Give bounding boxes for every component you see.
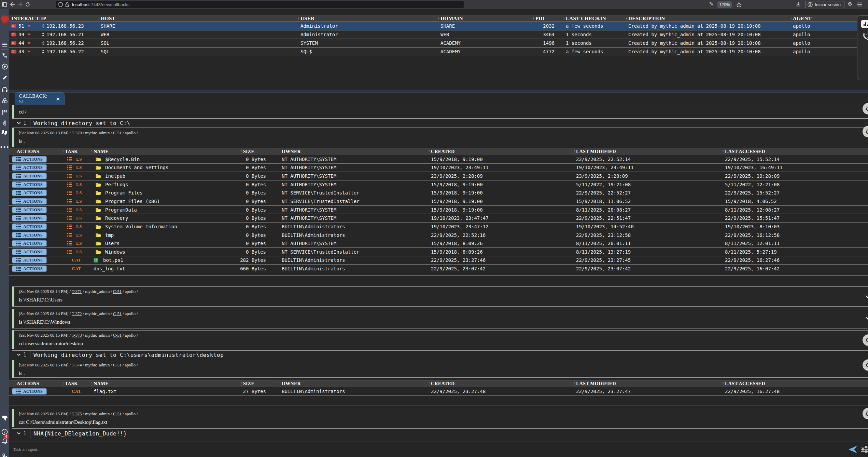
- downloads-icon[interactable]: [796, 2, 801, 7]
- url-bar[interactable]: localhost:7443/new/callbacks: [56, 1, 464, 8]
- file-table-col-header[interactable]: SIZE: [243, 149, 254, 154]
- payloads-play-icon[interactable]: [0, 63, 9, 70]
- collapse-response-chevron-icon[interactable]: [17, 432, 21, 435]
- file-actions-button[interactable]: ACTIONS: [12, 198, 47, 205]
- callback-phone-refresh-icon[interactable]: [862, 33, 868, 41]
- task-filter-tune-icon[interactable]: [861, 446, 868, 453]
- file-table-col-header[interactable]: CREATED: [431, 381, 455, 387]
- file-table-col-header[interactable]: LAST MODIFIED: [576, 381, 616, 387]
- ls-task-icon[interactable]: [67, 225, 72, 229]
- task-type-label[interactable]: CAT: [72, 266, 81, 271]
- menu-icon[interactable]: [857, 2, 863, 7]
- file-actions-button[interactable]: ACTIONS: [12, 215, 47, 221]
- task-link[interactable]: C-51: [113, 333, 122, 338]
- task-card-t375[interactable]: [Sat Nov 08 2025 08:15 PM] / T-375 / myt…: [12, 409, 868, 427]
- forward-button[interactable]: [18, 2, 23, 7]
- pencil-icon[interactable]: [0, 75, 9, 81]
- task-type-label[interactable]: LS: [76, 157, 82, 162]
- file-row[interactable]: ACTIONSCATdns_log.txt660 BytesBUILTIN\Ad…: [9, 265, 868, 273]
- file-row[interactable]: ACTIONSLSProgram Files (x86)0 BytesNT SE…: [9, 197, 868, 206]
- file-actions-button[interactable]: ACTIONS: [12, 388, 47, 395]
- account-settings-icon[interactable]: [0, 453, 9, 457]
- file-actions-button[interactable]: ACTIONS: [12, 164, 47, 171]
- file-row[interactable]: ACTIONSLSProgramData0 BytesNT AUTHORITY\…: [9, 206, 868, 214]
- file-row[interactable]: ACTIONSLSWindows0 BytesNT SERVICE\Truste…: [9, 248, 868, 256]
- flag-icon[interactable]: [0, 109, 9, 116]
- bookmark-star-icon[interactable]: [736, 2, 742, 7]
- task-type-label[interactable]: LS: [76, 173, 82, 179]
- task-link[interactable]: C-51: [113, 363, 122, 367]
- zoom-level[interactable]: 120%: [717, 1, 732, 8]
- file-row[interactable]: ACTIONSCATbot.ps1282 BytesBUILTIN\Admini…: [9, 256, 868, 265]
- ls-task-icon[interactable]: [67, 157, 72, 161]
- file-table-col-header[interactable]: ACTIONS: [17, 149, 39, 154]
- task-card-t374[interactable]: [Sat Nov 08 2025 08:15 PM] / T-374 / myt…: [12, 360, 868, 378]
- task-link[interactable]: C-51: [113, 311, 122, 316]
- task-card-t370[interactable]: [Sat Nov 08 2025 08:13 PM] / T-370 / myt…: [12, 128, 868, 147]
- task-link[interactable]: T-371: [72, 289, 82, 294]
- task-card-t371[interactable]: [Sat Nov 08 2025 08:14 PM] / T-371 / myt…: [12, 286, 868, 307]
- ls-task-icon[interactable]: [67, 165, 72, 170]
- file-table-col-header[interactable]: CREATED: [431, 149, 455, 154]
- file-actions-button[interactable]: ACTIONS: [12, 223, 47, 230]
- expand-response-chevron-icon[interactable]: [865, 317, 868, 320]
- collapse-response-chevron-icon[interactable]: [17, 122, 21, 124]
- ls-task-icon[interactable]: [67, 241, 72, 245]
- headphones-icon[interactable]: [0, 86, 9, 93]
- task-card-cd_root[interactable]: cd /: [12, 105, 868, 119]
- lock-warning-icon[interactable]: [65, 2, 69, 7]
- file-row[interactable]: ACTIONSLSUsers0 BytesNT AUTHORITY\SYSTEM…: [9, 239, 868, 248]
- task-type-label[interactable]: CAT: [72, 389, 81, 394]
- task-type-label[interactable]: LS: [76, 224, 82, 229]
- ls-task-icon[interactable]: [67, 250, 72, 254]
- task-card-t372[interactable]: [Sat Nov 08 2025 08:14 PM] / T-372 / myt…: [12, 309, 868, 328]
- file-table-col-header[interactable]: OWNER: [282, 381, 301, 387]
- sidebar-menu-icon[interactable]: [0, 41, 9, 48]
- file-row[interactable]: ACTIONSLSRecovery0 BytesNT AUTHORITY\SYS…: [9, 214, 868, 223]
- ls-task-icon[interactable]: [67, 174, 72, 178]
- ls-task-icon[interactable]: [67, 208, 72, 212]
- file-table-col-header[interactable]: SIZE: [243, 381, 254, 387]
- expand-response-chevron-icon[interactable]: [865, 295, 868, 299]
- file-actions-button[interactable]: ACTIONS: [12, 190, 47, 196]
- file-table-col-header[interactable]: LAST ACCESSED: [725, 149, 765, 154]
- close-tab-icon[interactable]: ✕: [56, 96, 60, 102]
- callbacks-phone-icon[interactable]: [0, 52, 9, 58]
- back-button[interactable]: [10, 2, 15, 7]
- task-type-label[interactable]: LS: [76, 232, 82, 238]
- socks-icon[interactable]: [0, 130, 9, 137]
- task-link[interactable]: C-51: [113, 412, 122, 416]
- translate-icon[interactable]: A: [709, 2, 715, 7]
- file-actions-button[interactable]: ACTIONS: [12, 266, 47, 272]
- extensions-icon[interactable]: [847, 2, 853, 7]
- task-link[interactable]: T-372: [72, 311, 82, 316]
- file-actions-button[interactable]: ACTIONS: [12, 156, 47, 162]
- file-actions-button[interactable]: ACTIONS: [12, 257, 47, 264]
- ls-task-icon[interactable]: [67, 216, 72, 220]
- file-actions-button[interactable]: ACTIONS: [12, 181, 47, 188]
- file-row[interactable]: ACTIONSLSProgram Files0 BytesNT SERVICE\…: [9, 189, 868, 198]
- file-row[interactable]: ACTIONSLSPerfLogs0 BytesNT AUTHORITY\SYS…: [9, 180, 868, 189]
- shield-icon[interactable]: [58, 2, 63, 7]
- ls-task-icon[interactable]: [67, 199, 72, 203]
- reload-button[interactable]: [25, 2, 30, 7]
- task-type-label[interactable]: CAT: [72, 257, 81, 263]
- file-actions-button[interactable]: ACTIONS: [12, 206, 47, 213]
- task-type-label[interactable]: LS: [76, 241, 82, 246]
- paperclip-icon[interactable]: [0, 120, 9, 126]
- file-actions-button[interactable]: ACTIONS: [12, 232, 47, 238]
- file-table-col-header[interactable]: NAME: [94, 149, 109, 154]
- ls-task-icon[interactable]: [67, 233, 72, 237]
- file-row[interactable]: ACTIONSLS$Recycle.Bin0 BytesNT AUTHORITY…: [9, 155, 868, 164]
- file-row[interactable]: ACTIONSLStmp0 BytesBUILTIN\Administrator…: [9, 231, 868, 240]
- task-card-t373[interactable]: [Sat Nov 08 2025 08:15 PM] / T-373 / myt…: [12, 330, 868, 349]
- task-input[interactable]: Task an agent...: [13, 447, 41, 452]
- task-link[interactable]: T-373: [72, 333, 82, 338]
- file-actions-button[interactable]: ACTIONS: [12, 173, 47, 179]
- help-icon[interactable]: ?: [0, 428, 9, 435]
- task-type-label[interactable]: LS: [76, 249, 82, 255]
- task-link[interactable]: T-375: [72, 412, 82, 416]
- task-link[interactable]: C-51: [113, 131, 122, 135]
- more-ellipsis-icon[interactable]: •••: [0, 145, 9, 149]
- ls-task-icon[interactable]: [67, 191, 72, 195]
